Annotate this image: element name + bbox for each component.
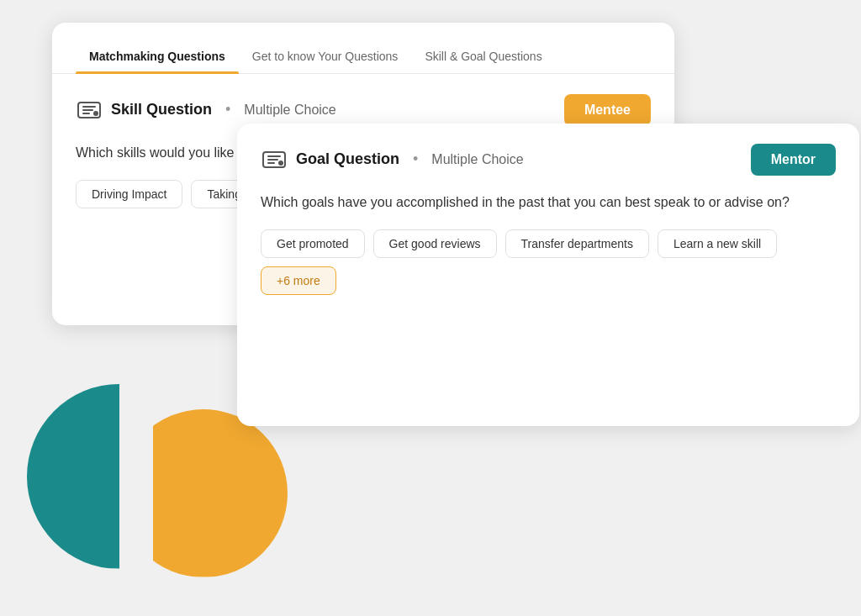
- decorative-circle-orange: [119, 409, 288, 577]
- tab-get-to-know[interactable]: Get to know Your Questions: [239, 39, 412, 73]
- tag-more-goals[interactable]: +6 more: [261, 266, 336, 295]
- tag-get-good-reviews[interactable]: Get good reviews: [373, 229, 497, 258]
- tag-transfer-departments[interactable]: Transfer departments: [505, 229, 649, 258]
- tab-matchmaking-questions[interactable]: Matchmaking Questions: [76, 39, 239, 73]
- skill-icon: [76, 100, 103, 120]
- skill-question-label: Skill Question: [111, 101, 212, 118]
- goal-question-type: Goal Question • Multiple Choice: [261, 150, 524, 170]
- svg-point-9: [278, 161, 283, 166]
- goal-tags: Get promoted Get good reviews Transfer d…: [261, 229, 836, 295]
- tag-get-promoted[interactable]: Get promoted: [261, 229, 365, 258]
- tag-learn-new-skill[interactable]: Learn a new skill: [658, 229, 777, 258]
- goal-question-header: Goal Question • Multiple Choice Mentor: [261, 144, 836, 176]
- goal-question-subtype: Multiple Choice: [431, 152, 523, 167]
- skill-question-type: Skill Question • Multiple Choice: [76, 100, 336, 120]
- tag-driving-impact[interactable]: Driving Impact: [76, 180, 182, 208]
- goal-separator: •: [413, 150, 418, 168]
- skill-question-subtype: Multiple Choice: [244, 103, 335, 118]
- mentor-badge[interactable]: Mentor: [751, 144, 836, 176]
- scene: Matchmaking Questions Get to know Your Q…: [52, 23, 809, 594]
- tabs-container: Matchmaking Questions Get to know Your Q…: [52, 23, 674, 74]
- goal-question-label: Goal Question: [296, 150, 399, 168]
- goal-icon: [261, 150, 288, 170]
- mentee-badge[interactable]: Mentee: [564, 94, 651, 126]
- tab-skill-goal[interactable]: Skill & Goal Questions: [411, 39, 555, 73]
- goal-card-body: Goal Question • Multiple Choice Mentor W…: [237, 124, 859, 315]
- goal-question-text: Which goals have you accomplished in the…: [261, 192, 836, 213]
- skill-separator: •: [225, 101, 230, 118]
- svg-point-4: [93, 111, 98, 116]
- skill-question-header: Skill Question • Multiple Choice Mentee: [76, 94, 651, 126]
- goal-question-card: Goal Question • Multiple Choice Mentor W…: [237, 124, 859, 426]
